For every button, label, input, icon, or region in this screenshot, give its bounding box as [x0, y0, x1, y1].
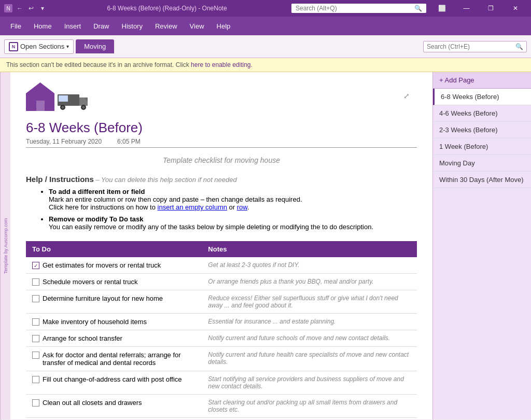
- maximize-btn[interactable]: ❐: [479, 0, 502, 17]
- svg-rect-2: [59, 95, 68, 102]
- archive-notice-text: This section can't be edited because it'…: [6, 61, 191, 68]
- help-item-1-link-text: Click here for instructions on how to: [49, 203, 158, 211]
- todo-checkbox-6[interactable]: [32, 376, 39, 383]
- help-section: Help / Instructions – You can delete thi…: [26, 175, 417, 231]
- todo-task-6: Fill out change-of-address card with pos…: [43, 375, 182, 383]
- help-item-2-body: You can easily remove or modify any of t…: [49, 223, 373, 231]
- watermark: Template by Auscomp.com: [0, 72, 10, 419]
- page-date: Tuesday, 11 February 2020 6:05 PM: [26, 138, 417, 148]
- table-row: Arrange for school transfer Notify curre…: [26, 330, 417, 347]
- table-row: Make inventory of household items Essent…: [26, 314, 417, 330]
- menu-view[interactable]: View: [184, 19, 211, 33]
- page-item-3[interactable]: 1 Week (Before): [433, 138, 531, 155]
- todo-note-4: Notify current and future schools of mov…: [202, 330, 417, 347]
- todo-cell-6: Fill out change-of-address card with pos…: [32, 375, 195, 383]
- page-item-5[interactable]: Within 30 Days (After Move): [433, 172, 531, 188]
- table-row: Schedule movers or rental truck Or arran…: [26, 274, 417, 290]
- todo-checkbox-5[interactable]: [32, 352, 39, 359]
- column-notes: Notes: [202, 241, 417, 257]
- todo-checkbox-4[interactable]: [32, 335, 39, 342]
- time-label: 6:05 PM: [117, 138, 141, 145]
- page-item-2[interactable]: 2-3 Weeks (Before): [433, 122, 531, 138]
- undo-btn[interactable]: ↩: [27, 4, 35, 12]
- todo-note-3: Essential for insurance ... and estate p…: [202, 314, 417, 330]
- archive-notice: This section can't be edited because it'…: [0, 58, 531, 72]
- todo-task-7: Clean out all closets and drawers: [43, 399, 142, 407]
- table-header-row: To Do Notes: [26, 241, 417, 257]
- todo-cell-7: Clean out all closets and drawers: [32, 399, 195, 407]
- toolbar: N Open Sections ▾ Moving 🔍: [0, 35, 531, 58]
- help-item-1: To add a different item or field Mark an…: [49, 188, 417, 211]
- template-description: Template checklist for moving house: [26, 156, 417, 164]
- title-search[interactable]: 🔍: [291, 4, 426, 13]
- menu-insert[interactable]: Insert: [58, 19, 88, 33]
- search-icon: 🔍: [414, 5, 422, 12]
- help-subtitle: – You can delete this help section if no…: [95, 176, 236, 184]
- toolbar-search-input[interactable]: [427, 43, 515, 50]
- todo-note-5: Notify current and future health care sp…: [202, 347, 417, 371]
- todo-task-3: Make inventory of household items: [43, 318, 147, 326]
- table-row: Determine furniture layout for new home …: [26, 290, 417, 314]
- todo-checkbox-2[interactable]: [32, 295, 39, 302]
- todo-checkbox-0[interactable]: ✓: [32, 262, 39, 269]
- moving-tab[interactable]: Moving: [76, 39, 114, 53]
- add-page-btn[interactable]: + Add Page: [433, 72, 531, 89]
- page-item-4[interactable]: Moving Day: [433, 155, 531, 172]
- help-item-2-heading: Remove or modify To Do task: [49, 215, 144, 223]
- title-bar: N ← ↩ ▾ 6-8 Weeks (Before) (Read-Only) -…: [0, 0, 531, 17]
- todo-task-4: Arrange for school transfer: [43, 334, 122, 342]
- table-row: Ask for doctor and dental referrals; arr…: [26, 347, 417, 371]
- menu-help[interactable]: Help: [211, 19, 237, 33]
- minimize-btn[interactable]: —: [455, 0, 478, 17]
- column-todo: To Do: [26, 241, 202, 257]
- todo-checkbox-3[interactable]: [32, 318, 39, 326]
- page-item-1[interactable]: 4-6 Weeks (Before): [433, 105, 531, 122]
- menu-review[interactable]: Review: [149, 19, 184, 33]
- todo-checkbox-7[interactable]: [32, 399, 39, 407]
- help-item-1-heading: To add a different item or field: [49, 188, 145, 195]
- open-sections-btn[interactable]: N Open Sections ▾: [4, 39, 74, 54]
- help-item-1-or: or: [227, 203, 237, 211]
- window-controls: ⬜ — ❐ ✕: [430, 0, 527, 17]
- menu-file[interactable]: File: [4, 19, 27, 33]
- archive-enable-link[interactable]: here to enable editing.: [191, 61, 253, 68]
- help-body: To add a different item or field Mark an…: [36, 188, 417, 231]
- page-item-0[interactable]: 6-8 Weeks (Before): [433, 89, 531, 105]
- row-link[interactable]: row: [237, 203, 247, 211]
- svg-point-4: [62, 106, 64, 109]
- title-search-input[interactable]: [296, 5, 414, 12]
- menu-draw[interactable]: Draw: [87, 19, 115, 33]
- todo-checkbox-1[interactable]: [32, 278, 39, 286]
- right-panel: + Add Page 6-8 Weeks (Before)4-6 Weeks (…: [432, 72, 531, 419]
- toolbar-search[interactable]: 🔍: [423, 41, 527, 52]
- todo-note-0: Get at least 2-3 quotes if not DIY.: [202, 257, 417, 274]
- onenote-icon: N: [4, 4, 12, 12]
- todo-task-5: Ask for doctor and dental referrals; arr…: [43, 351, 195, 367]
- todo-table: To Do Notes ✓ Get estimates for movers o…: [26, 241, 417, 418]
- todo-note-2: Reduce excess! Either sell superfluous s…: [202, 290, 417, 314]
- house-icon: [26, 82, 54, 111]
- todo-cell-5: Ask for doctor and dental referrals; arr…: [32, 351, 195, 367]
- svg-point-6: [82, 106, 85, 109]
- todo-cell-2: Determine furniture layout for new home: [32, 295, 195, 302]
- chevron-down-icon: ▾: [66, 44, 69, 49]
- insert-column-link[interactable]: insert an empty column: [158, 203, 227, 211]
- back-btn[interactable]: ←: [16, 4, 24, 12]
- notebook-btn[interactable]: ⬜: [430, 0, 454, 17]
- todo-cell-0: ✓ Get estimates for movers or rental tru…: [32, 261, 195, 269]
- notebook-icon: N: [9, 42, 18, 51]
- title-bar-title: 6-8 Weeks (Before) (Read-Only) - OneNote: [47, 5, 287, 12]
- menu-history[interactable]: History: [116, 19, 149, 33]
- date-label: Tuesday, 11 February 2020: [26, 138, 102, 145]
- more-btn[interactable]: ▾: [38, 4, 47, 12]
- table-row: Fill out change-of-address card with pos…: [26, 371, 417, 395]
- menu-home[interactable]: Home: [27, 19, 58, 33]
- close-btn[interactable]: ✕: [504, 0, 527, 17]
- expand-btn[interactable]: ⤢: [401, 91, 412, 101]
- todo-task-1: Schedule movers or rental truck: [43, 278, 138, 286]
- content-area: ⤢: [10, 72, 432, 419]
- todo-cell-3: Make inventory of household items: [32, 318, 195, 326]
- todo-cell-1: Schedule movers or rental truck: [32, 278, 195, 286]
- todo-task-2: Determine furniture layout for new home: [43, 295, 163, 302]
- todo-cell-4: Arrange for school transfer: [32, 334, 195, 342]
